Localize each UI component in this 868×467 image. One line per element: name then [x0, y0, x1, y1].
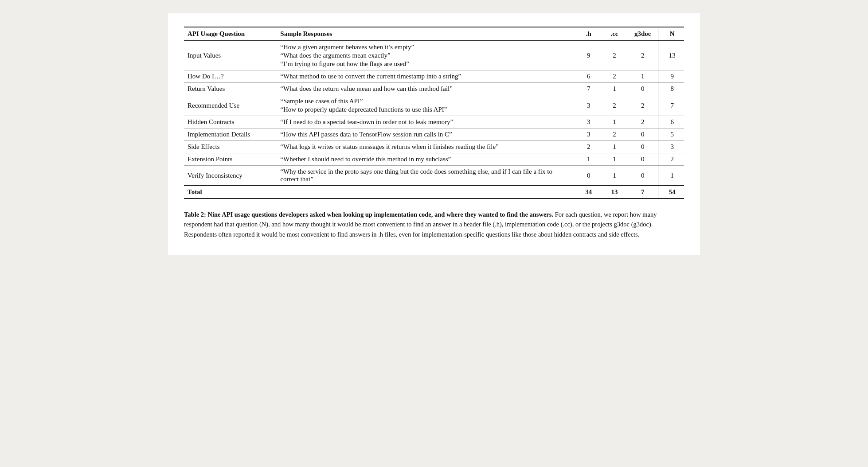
h-cell: 3 [576, 128, 602, 141]
table-row: Recommended Use“Sample use cases of this… [184, 95, 684, 116]
g3doc-cell: 0 [627, 141, 658, 153]
h-cell: 7 [576, 83, 602, 95]
table-row: Verify Inconsistency“Why the service in … [184, 166, 684, 186]
table-row: Implementation Details“How this API pass… [184, 128, 684, 141]
n-cell: 2 [658, 153, 684, 166]
g3doc-cell: 0 [627, 153, 658, 166]
responses-cell: “Whether I should need to override this … [277, 153, 575, 166]
n-cell: 13 [658, 41, 684, 70]
table-row: Input Values“How a given argument behave… [184, 41, 684, 70]
cc-cell: 2 [602, 41, 627, 70]
responses-cell: “How this API passes data to TensorFlow … [277, 128, 575, 141]
n-cell: 7 [658, 95, 684, 116]
total-h-cell: 34 [576, 186, 602, 198]
h-cell: 9 [576, 41, 602, 70]
h-cell: 1 [576, 153, 602, 166]
col-header-responses: Sample Responses [277, 27, 575, 41]
cc-cell: 1 [602, 141, 627, 153]
cc-cell: 2 [602, 128, 627, 141]
question-cell: Return Values [184, 83, 277, 95]
n-cell: 5 [658, 128, 684, 141]
cc-cell: 1 [602, 166, 627, 186]
h-cell: 3 [576, 116, 602, 128]
responses-cell: “Why the service in the proto says one t… [277, 166, 575, 186]
question-cell: Input Values [184, 41, 277, 70]
total-cc-cell: 13 [602, 186, 627, 198]
table-row: How Do I…?“What method to use to convert… [184, 70, 684, 83]
h-cell: 6 [576, 70, 602, 83]
cc-cell: 1 [602, 83, 627, 95]
n-cell: 1 [658, 166, 684, 186]
table-header-row: API Usage Question Sample Responses .h .… [184, 27, 684, 41]
caption-bold-text: Table 2: Nine API usage questions develo… [184, 211, 553, 218]
total-row: Total3413754 [184, 186, 684, 198]
responses-cell: “What does the return value mean and how… [277, 83, 575, 95]
n-cell: 6 [658, 116, 684, 128]
responses-cell: “Sample use cases of this API”“How to pr… [277, 95, 575, 116]
n-cell: 8 [658, 83, 684, 95]
total-n-cell: 54 [658, 186, 684, 198]
responses-cell: “What logs it writes or status messages … [277, 141, 575, 153]
g3doc-cell: 0 [627, 166, 658, 186]
table-row: Extension Points“Whether I should need t… [184, 153, 684, 166]
g3doc-cell: 2 [627, 116, 658, 128]
api-usage-table: API Usage Question Sample Responses .h .… [184, 27, 684, 199]
question-cell: Verify Inconsistency [184, 166, 277, 186]
responses-cell: “What method to use to convert the curre… [277, 70, 575, 83]
question-cell: Extension Points [184, 153, 277, 166]
col-header-g3doc: g3doc [627, 27, 658, 41]
n-cell: 3 [658, 141, 684, 153]
g3doc-cell: 1 [627, 70, 658, 83]
h-cell: 0 [576, 166, 602, 186]
responses-cell: “How a given argument behaves when it’s … [277, 41, 575, 70]
cc-cell: 2 [602, 70, 627, 83]
main-container: API Usage Question Sample Responses .h .… [168, 13, 700, 255]
g3doc-cell: 0 [627, 128, 658, 141]
question-cell: Implementation Details [184, 128, 277, 141]
question-cell: Hidden Contracts [184, 116, 277, 128]
cc-cell: 2 [602, 95, 627, 116]
g3doc-cell: 0 [627, 83, 658, 95]
question-cell: How Do I…? [184, 70, 277, 83]
col-header-n: N [658, 27, 684, 41]
total-label: Total [184, 186, 576, 198]
table-caption: Table 2: Nine API usage questions develo… [184, 210, 684, 239]
h-cell: 3 [576, 95, 602, 116]
table-row: Side Effects“What logs it writes or stat… [184, 141, 684, 153]
g3doc-cell: 2 [627, 41, 658, 70]
cc-cell: 1 [602, 116, 627, 128]
h-cell: 2 [576, 141, 602, 153]
table-row: Hidden Contracts“If I need to do a speci… [184, 116, 684, 128]
col-header-h: .h [576, 27, 602, 41]
n-cell: 9 [658, 70, 684, 83]
col-header-cc: .cc [602, 27, 627, 41]
table-row: Return Values“What does the return value… [184, 83, 684, 95]
question-cell: Recommended Use [184, 95, 277, 116]
total-g3doc-cell: 7 [627, 186, 658, 198]
col-header-question: API Usage Question [184, 27, 277, 41]
question-cell: Side Effects [184, 141, 277, 153]
responses-cell: “If I need to do a special tear-down in … [277, 116, 575, 128]
cc-cell: 1 [602, 153, 627, 166]
g3doc-cell: 2 [627, 95, 658, 116]
